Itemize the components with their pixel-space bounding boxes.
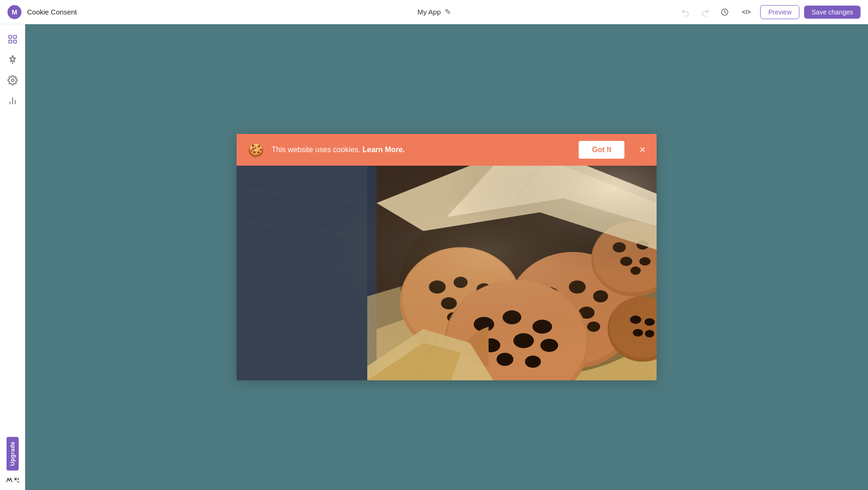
site-name: My App: [417, 8, 441, 16]
upgrade-button[interactable]: Upgrade: [7, 437, 19, 470]
got-it-button[interactable]: Got It: [579, 141, 624, 159]
cookie-banner-text: This website uses cookies. Learn More.: [272, 146, 571, 154]
preview-button[interactable]: Preview: [760, 5, 799, 19]
edit-icon[interactable]: ✎: [445, 7, 451, 16]
cookie-photo-svg: [237, 166, 657, 380]
cookie-image: [237, 166, 657, 380]
save-button[interactable]: Save changes: [804, 6, 861, 19]
svg-point-10: [17, 478, 19, 480]
svg-rect-1: [8, 35, 11, 38]
topbar-right: </> Preview Save changes: [678, 5, 861, 20]
cookie-banner: 🍪 This website uses cookies. Learn More.…: [237, 134, 657, 166]
sidebar-item-settings[interactable]: [3, 71, 22, 90]
sidebar-logo: [6, 476, 19, 484]
redo-button[interactable]: [698, 5, 713, 20]
svg-rect-3: [8, 40, 11, 43]
sidebar: Upgrade: [0, 24, 25, 490]
svg-rect-4: [13, 40, 16, 43]
undo-button[interactable]: [678, 5, 693, 20]
canvas: 🍪 This website uses cookies. Learn More.…: [25, 24, 868, 490]
sidebar-bottom: Upgrade: [6, 437, 19, 484]
svg-rect-74: [237, 166, 657, 380]
topbar-center: My App ✎: [417, 7, 450, 16]
sidebar-item-analytics[interactable]: [3, 91, 22, 110]
svg-point-6: [11, 79, 14, 82]
code-button[interactable]: </>: [737, 5, 756, 20]
widget-container: 🍪 This website uses cookies. Learn More.…: [237, 134, 657, 380]
sidebar-item-pin[interactable]: [3, 50, 22, 69]
cookie-banner-icon: 🍪: [248, 142, 264, 158]
close-icon[interactable]: ×: [639, 145, 645, 155]
app-logo: M: [7, 5, 21, 19]
main-layout: Upgrade 🍪 This website uses cookies. Lea…: [0, 24, 868, 490]
svg-rect-2: [13, 35, 16, 38]
history-button[interactable]: [717, 5, 732, 20]
app-name: Cookie Consent: [27, 8, 77, 16]
topbar: M Cookie Consent My App ✎ </> Preview: [0, 0, 868, 24]
sidebar-item-grid[interactable]: [3, 30, 22, 49]
